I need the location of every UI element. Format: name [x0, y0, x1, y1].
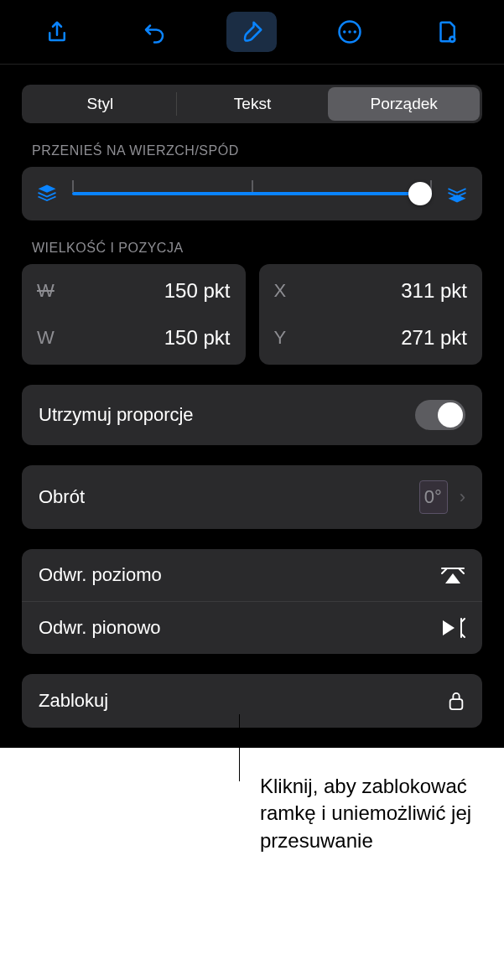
slider-thumb[interactable]: [408, 182, 432, 205]
flip-vertical-row[interactable]: Odwr. pionowo: [22, 601, 482, 654]
format-brush-button[interactable]: [226, 12, 277, 52]
constrain-row[interactable]: Utrzymuj proporcje: [22, 385, 482, 445]
inspector-panel: Styl Tekst Porządek PRZENIEŚ NA WIERZCH/…: [0, 0, 504, 748]
height-label: W: [37, 327, 62, 349]
width-field[interactable]: W 150 pkt: [22, 267, 246, 314]
layer-slider-panel: [22, 167, 482, 220]
lock-panel: Zablokuj: [22, 674, 482, 728]
send-to-back-icon[interactable]: [35, 182, 59, 205]
y-value: 271 pkt: [401, 326, 467, 350]
x-label: X: [274, 280, 299, 302]
svg-point-1: [343, 30, 346, 34]
chevron-right-icon: ›: [460, 486, 465, 508]
flip-panel: Odwr. poziomo Odwr. pionowo: [22, 549, 482, 654]
constrain-panel: Utrzymuj proporcje: [22, 385, 482, 445]
lock-icon: [447, 689, 465, 713]
rotation-value: 0°: [424, 486, 442, 508]
width-label: W: [37, 280, 62, 302]
flip-horizontal-row[interactable]: Odwr. poziomo: [22, 549, 482, 601]
svg-point-5: [451, 38, 454, 40]
flip-horizontal-icon: [440, 564, 465, 586]
rotation-label: Obrót: [39, 486, 85, 508]
callout-text: Kliknij, aby zablokować ramkę i uniemożl…: [260, 773, 479, 854]
rotation-row[interactable]: Obrót 0° ›: [22, 465, 482, 529]
size-column: W 150 pkt W 150 pkt: [22, 264, 246, 365]
height-value: 150 pkt: [164, 326, 231, 350]
layer-slider[interactable]: [72, 184, 432, 204]
tab-text[interactable]: Tekst: [177, 87, 329, 121]
flip-vertical-label: Odwr. pionowo: [39, 617, 161, 639]
callout-line: [239, 714, 240, 781]
section-label-layer: PRZENIEŚ NA WIERZCH/SPÓD: [32, 143, 472, 158]
position-column: X 311 pkt Y 271 pkt: [259, 264, 483, 365]
rotation-panel: Obrót 0° ›: [22, 465, 482, 529]
height-field[interactable]: W 150 pkt: [22, 314, 246, 361]
constrain-toggle[interactable]: [415, 400, 465, 430]
tab-arrange[interactable]: Porządek: [328, 87, 480, 121]
lock-row[interactable]: Zablokuj: [22, 674, 482, 728]
x-value: 311 pkt: [401, 279, 467, 303]
bring-to-front-icon[interactable]: [445, 182, 469, 205]
flip-horizontal-label: Odwr. poziomo: [39, 564, 162, 586]
y-field[interactable]: Y 271 pkt: [259, 314, 483, 361]
format-tabs: Styl Tekst Porządek: [22, 85, 482, 123]
share-button[interactable]: [32, 12, 82, 52]
flip-vertical-icon: [440, 617, 465, 639]
svg-rect-6: [450, 699, 463, 709]
constrain-label: Utrzymuj proporcje: [39, 404, 194, 426]
y-label: Y: [274, 327, 299, 349]
toolbar: [0, 0, 504, 65]
undo-button[interactable]: [129, 12, 179, 52]
lock-label: Zablokuj: [39, 690, 108, 712]
section-label-size-pos: WIELKOŚĆ I POZYCJA: [32, 241, 472, 256]
document-view-button[interactable]: [422, 12, 472, 52]
width-value: 150 pkt: [164, 279, 231, 303]
svg-point-3: [353, 30, 356, 34]
callout: Kliknij, aby zablokować ramkę i uniemożl…: [0, 748, 504, 888]
tab-style[interactable]: Styl: [24, 87, 176, 121]
svg-point-2: [348, 30, 351, 34]
toggle-knob: [438, 402, 463, 428]
x-field[interactable]: X 311 pkt: [259, 267, 483, 314]
size-position-grid: W 150 pkt W 150 pkt X 311 pkt Y 271 pkt: [22, 264, 482, 365]
more-button[interactable]: [325, 12, 375, 52]
